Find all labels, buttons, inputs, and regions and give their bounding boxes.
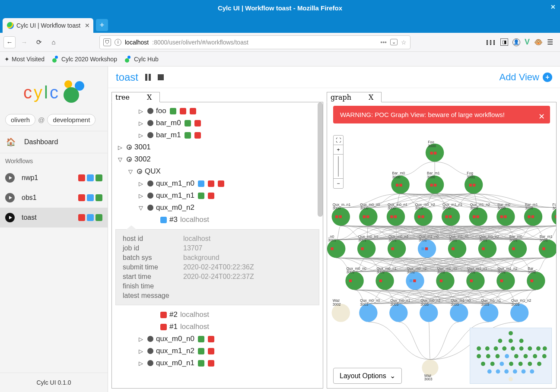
svg-point-86 xyxy=(478,240,496,258)
tree-row[interactable]: ▷qux_m0_n0 xyxy=(115,333,319,345)
expand-icon[interactable]: ▷ xyxy=(139,336,145,342)
expand-icon[interactable]: ▽ xyxy=(139,205,145,211)
vue-devtools-icon[interactable]: V xyxy=(525,38,530,47)
expand-icon[interactable]: ▷ xyxy=(139,108,145,114)
expand-icon[interactable]: ▷ xyxy=(139,132,145,139)
bookmark-cylc-workshop[interactable]: Cylc 2020 Workshop xyxy=(52,56,117,63)
forward-button[interactable]: → xyxy=(18,36,30,48)
browser-toolbar: ← → ⟳ ⌂ ⛉ i localhost:8000/user/oliverh/… xyxy=(0,33,560,52)
close-warning-icon[interactable]: ✕ xyxy=(538,112,545,121)
graph-node: Waz3002 xyxy=(332,298,350,322)
svg-rect-118 xyxy=(470,279,473,282)
account-icon[interactable]: 👤 xyxy=(512,38,520,46)
zoom-slider[interactable] xyxy=(334,155,343,179)
graph-node: ..n03001 xyxy=(327,234,345,258)
graph-panel: graph X WARNING: POC Graph View: beware … xyxy=(327,102,557,389)
svg-point-167 xyxy=(505,354,509,358)
new-tab-button[interactable]: + xyxy=(96,19,108,31)
menu-icon[interactable]: ☰ xyxy=(547,38,553,46)
url-bar[interactable]: ⛉ i localhost:8000/user/oliverh/#/workfl… xyxy=(99,35,410,49)
tree-row[interactable]: ▷qux_m1_n2 xyxy=(115,345,319,357)
tree-row[interactable]: ▽QUX xyxy=(115,165,319,177)
tree-tab[interactable]: tree X xyxy=(111,92,160,102)
svg-rect-97 xyxy=(542,247,545,250)
library-icon[interactable]: ⫿⫿⫿ xyxy=(486,38,496,46)
tree-row[interactable]: ▽qux_m0_n2 xyxy=(115,202,319,214)
tree-row[interactable]: #2 localhost xyxy=(115,309,319,321)
meatball-icon[interactable]: ••• xyxy=(380,39,387,46)
env-pill[interactable]: development xyxy=(47,114,95,126)
fullscreen-icon[interactable]: ⛶ xyxy=(334,136,343,145)
svg-rect-23 xyxy=(335,215,338,218)
close-panel-icon[interactable]: X xyxy=(147,93,152,101)
job-status-icon xyxy=(160,217,167,223)
bookmark-most-visited[interactable]: ✦Most Visited xyxy=(4,56,45,63)
tree-row[interactable]: ▽3002 xyxy=(115,153,319,165)
bookmark-star-icon[interactable]: ☆ xyxy=(401,39,407,46)
tree-row[interactable]: ▷bar_m0 xyxy=(115,117,319,129)
graph-node: Qux_m0_n03003 xyxy=(359,298,380,322)
scrollbar[interactable] xyxy=(318,102,323,217)
tree-row[interactable]: ▷qux_m1_n0 xyxy=(115,177,319,190)
sidebar-item-nwp1[interactable]: nwp1 xyxy=(0,168,108,188)
svg-rect-3 xyxy=(430,152,433,154)
expand-icon[interactable]: ▷ xyxy=(139,120,145,126)
expand-icon[interactable]: ▷ xyxy=(118,144,124,151)
reader-icon[interactable]: ⌄ xyxy=(390,39,398,45)
add-view-button[interactable]: Add View + xyxy=(499,72,552,83)
user-pill[interactable]: oliverh xyxy=(5,114,35,126)
pause-button[interactable] xyxy=(145,74,151,81)
tree-row[interactable]: ▷3001 xyxy=(115,141,319,153)
svg-text:3000: 3000 xyxy=(428,144,436,148)
layout-options-button[interactable]: Layout Options ⌄ xyxy=(333,368,402,384)
sidebar-item-obs1[interactable]: obs1 xyxy=(0,188,108,208)
svg-text:3000: 3000 xyxy=(427,175,435,179)
zoom-controls[interactable]: ⛶ + − xyxy=(333,135,344,189)
zoom-out-icon[interactable]: − xyxy=(334,179,343,188)
stop-button[interactable] xyxy=(158,74,164,80)
nav-dashboard[interactable]: 🏠 Dashboard xyxy=(0,131,108,153)
window-close-icon[interactable]: ✕ xyxy=(550,3,556,10)
sidebar-item-toast[interactable]: toast xyxy=(0,208,108,228)
shield-icon[interactable]: ⛉ xyxy=(103,38,111,46)
bookmark-cylc-hub[interactable]: Cylc Hub xyxy=(125,56,159,63)
svg-text:3002: 3002 xyxy=(333,302,341,307)
expand-icon[interactable]: ▷ xyxy=(139,348,145,354)
svg-rect-38 xyxy=(418,215,420,218)
reload-button[interactable]: ⟳ xyxy=(33,36,45,48)
svg-point-158 xyxy=(502,346,506,351)
expand-icon[interactable]: ▽ xyxy=(118,156,124,163)
svg-text:3002: 3002 xyxy=(528,270,536,274)
expand-icon[interactable]: ▷ xyxy=(139,193,145,199)
workflow-title: toast xyxy=(116,71,138,83)
svg-point-163 xyxy=(543,346,547,351)
graph-body[interactable]: WARNING: POC Graph View: beware of large… xyxy=(327,102,556,388)
tree-row[interactable]: ▷foo xyxy=(115,105,319,117)
graph-minimap[interactable] xyxy=(470,328,552,384)
tree-body[interactable]: ▷foo▷bar_m0▷bar_m1▷3001▽3002▽QUX▷qux_m1_… xyxy=(112,102,323,388)
graph-tab[interactable]: graph X xyxy=(327,92,382,102)
svg-point-174 xyxy=(500,362,504,366)
tree-row[interactable]: ▷bar_m1 xyxy=(115,129,319,141)
tree-row[interactable]: ▷qux_m1_n1 xyxy=(115,190,319,202)
expand-icon[interactable]: ▷ xyxy=(139,180,145,187)
site-info-icon[interactable]: i xyxy=(115,39,121,46)
tree-row[interactable]: #3 localhost xyxy=(115,214,319,226)
back-button[interactable]: ← xyxy=(3,36,16,48)
expand-icon[interactable]: ▽ xyxy=(128,168,134,175)
zoom-in-icon[interactable]: + xyxy=(334,145,343,155)
main: toast Add View + tree X ▷foo▷bar_m0▷bar_… xyxy=(108,66,560,392)
cylc-icon xyxy=(52,56,59,63)
home-button[interactable]: ⌂ xyxy=(48,36,60,48)
cycle-state-icon xyxy=(127,145,132,150)
tree-row[interactable]: ▷qux_m0_n1 xyxy=(115,357,319,369)
sidebar-icon[interactable]: ◨ xyxy=(500,38,508,46)
cylc-logo: cylc xyxy=(0,66,108,114)
tree-row[interactable]: #1 localhost xyxy=(115,321,319,333)
extension-icon[interactable]: 🐵 xyxy=(534,38,543,46)
close-panel-icon[interactable]: X xyxy=(369,93,373,101)
browser-tab[interactable]: Cylc UI | Workflow toast ✕ xyxy=(3,18,93,33)
tab-close-icon[interactable]: ✕ xyxy=(85,22,90,29)
svg-text:3000: 3000 xyxy=(333,206,341,210)
expand-icon[interactable]: ▷ xyxy=(139,360,145,367)
